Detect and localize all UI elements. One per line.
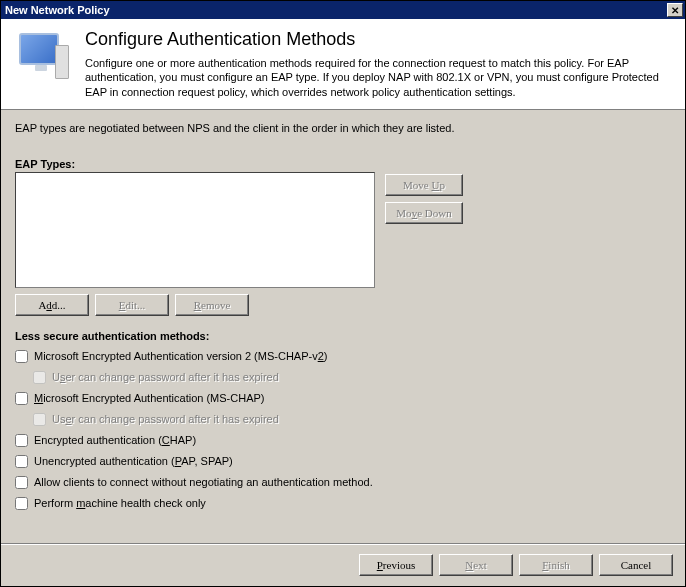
header-text: Configure Authentication Methods Configu… <box>85 29 671 99</box>
wizard-window: New Network Policy ✕ Configure Authentic… <box>0 0 686 587</box>
chk-mschapv2-pwd-label: User can change password after it has ex… <box>52 371 279 383</box>
eap-types-listbox[interactable] <box>15 172 375 288</box>
window-title: New Network Policy <box>5 4 110 16</box>
move-up-button[interactable]: Move Up <box>385 174 463 196</box>
chk-machine-health-row: Perform machine health check only <box>15 495 671 512</box>
chk-mschap-pwd[interactable] <box>33 413 46 426</box>
chk-mschap-row: Microsoft Encrypted Authentication (MS-C… <box>15 390 671 407</box>
chk-machine-health[interactable] <box>15 497 28 510</box>
wizard-footer: Previous Next Finish Cancel <box>1 543 685 586</box>
chk-pap[interactable] <box>15 455 28 468</box>
eap-types-label: EAP Types: <box>15 158 671 170</box>
page-title: Configure Authentication Methods <box>85 29 671 50</box>
chk-pap-label: Unencrypted authentication (PAP, SPAP) <box>34 455 233 467</box>
body-panel: EAP types are negotiated between NPS and… <box>1 110 685 543</box>
chk-chap-row: Encrypted authentication (CHAP) <box>15 432 671 449</box>
chk-mschapv2-pwd[interactable] <box>33 371 46 384</box>
less-secure-label: Less secure authentication methods: <box>15 330 671 342</box>
chk-noauth[interactable] <box>15 476 28 489</box>
chk-mschap-label: Microsoft Encrypted Authentication (MS-C… <box>34 392 264 404</box>
eap-order-note: EAP types are negotiated between NPS and… <box>15 122 671 134</box>
chk-mschapv2[interactable] <box>15 350 28 363</box>
chk-chap[interactable] <box>15 434 28 447</box>
chk-pap-row: Unencrypted authentication (PAP, SPAP) <box>15 453 671 470</box>
chk-mschap-pwd-label: User can change password after it has ex… <box>52 413 279 425</box>
move-down-button[interactable]: Move Down <box>385 202 463 224</box>
eap-row: Move Up Move Down <box>15 172 671 288</box>
reorder-buttons: Move Up Move Down <box>385 172 463 224</box>
chk-machine-health-label: Perform machine health check only <box>34 497 206 509</box>
chk-mschap-pwd-row: User can change password after it has ex… <box>33 411 671 428</box>
next-button[interactable]: Next <box>439 554 513 576</box>
page-description: Configure one or more authentication met… <box>85 56 671 99</box>
chk-chap-label: Encrypted authentication (CHAP) <box>34 434 196 446</box>
chk-mschapv2-pwd-row: User can change password after it has ex… <box>33 369 671 386</box>
chk-noauth-row: Allow clients to connect without negotia… <box>15 474 671 491</box>
chk-mschapv2-label: Microsoft Encrypted Authentication versi… <box>34 350 327 362</box>
cancel-button[interactable]: Cancel <box>599 554 673 576</box>
chk-mschapv2-row: Microsoft Encrypted Authentication versi… <box>15 348 671 365</box>
computer-icon <box>15 29 71 85</box>
titlebar: New Network Policy ✕ <box>1 1 685 19</box>
add-button[interactable]: Add... <box>15 294 89 316</box>
remove-button[interactable]: Remove <box>175 294 249 316</box>
chk-noauth-label: Allow clients to connect without negotia… <box>34 476 373 488</box>
edit-button[interactable]: Edit... <box>95 294 169 316</box>
finish-button[interactable]: Finish <box>519 554 593 576</box>
header-panel: Configure Authentication Methods Configu… <box>1 19 685 110</box>
close-button[interactable]: ✕ <box>667 3 683 17</box>
eap-edit-buttons: Add... Edit... Remove <box>15 294 671 316</box>
previous-button[interactable]: Previous <box>359 554 433 576</box>
chk-mschap[interactable] <box>15 392 28 405</box>
